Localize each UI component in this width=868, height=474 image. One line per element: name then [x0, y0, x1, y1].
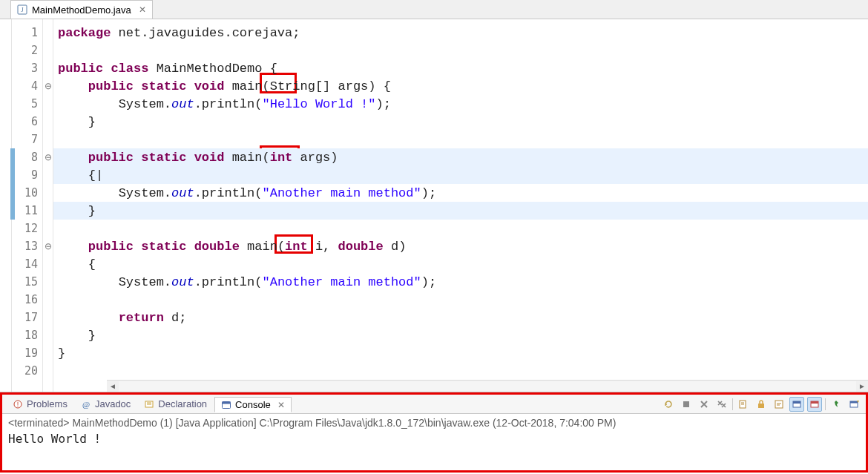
tab-declaration[interactable]: Declaration [138, 397, 213, 411]
scroll-left-icon[interactable]: ◄ [107, 381, 119, 392]
line-number: 16 [12, 291, 42, 309]
line-number: 1 [12, 24, 42, 42]
line-number: 19 [12, 344, 42, 362]
line-number: 14 [12, 255, 42, 273]
close-icon[interactable]: ✕ [139, 4, 146, 15]
console-output[interactable]: <terminated> MainMethodDemo (1) [Java Ap… [2, 414, 866, 470]
svg-text:▾: ▾ [857, 399, 859, 404]
line-number: 10 [12, 184, 42, 202]
line-number: 20 [12, 362, 42, 380]
code-line: public static double main(int i, double … [53, 237, 868, 255]
close-icon[interactable]: ✕ [277, 400, 285, 410]
line-number: 11 [12, 202, 42, 220]
code-line: System.out.println("Hello World !"); [53, 95, 868, 113]
line-number: 2 [12, 42, 42, 59]
svg-text:J: J [21, 6, 24, 13]
code-line: } [53, 344, 868, 362]
code-line [53, 220, 868, 237]
code-line: System.out.println("Another main method"… [53, 273, 868, 291]
fold-toggle-icon[interactable]: ⊖ [45, 82, 52, 90]
svg-rect-10 [683, 401, 689, 407]
line-number: 18 [12, 326, 42, 344]
code-line: } [53, 326, 868, 344]
svg-rect-15 [775, 401, 783, 408]
relaunch-icon[interactable] [661, 397, 676, 412]
folding-gutter: ⊖ ⊖ ⊖ [43, 19, 53, 392]
line-number: 12 [12, 220, 42, 237]
change-bar [10, 148, 15, 220]
bottom-panel: ! Problems @ Javadoc Declaration Console… [0, 392, 868, 473]
svg-text:@: @ [82, 400, 90, 409]
code-line: public static void main(String[] args) { [53, 77, 868, 95]
pin-console-icon[interactable] [829, 397, 844, 412]
svg-rect-17 [793, 401, 800, 404]
scroll-track[interactable] [119, 381, 856, 392]
fold-toggle-icon[interactable]: ⊖ [45, 153, 52, 162]
editor-tab[interactable]: J MainMethodDemo.java ✕ [10, 0, 153, 19]
line-number: 9 [12, 166, 42, 184]
fold-toggle-icon[interactable]: ⊖ [45, 242, 52, 251]
line-number: 5 [12, 95, 42, 113]
line-number: 8 [12, 148, 42, 166]
code-line [53, 291, 868, 309]
code-line: { [53, 255, 868, 273]
remove-all-icon[interactable] [714, 397, 729, 412]
code-view[interactable]: package net.javaguides.corejava; public … [53, 19, 868, 392]
svg-rect-19 [811, 401, 818, 404]
editor-area: 1 2 3 4 5 6 7 8 9 10 11 12 13 14 15 16 1… [0, 19, 868, 392]
code-line: public class MainMethodDemo { [53, 59, 868, 77]
declaration-icon [144, 399, 154, 409]
line-number: 6 [12, 113, 42, 131]
code-line: } [53, 202, 868, 220]
code-line: public static void main(int args) [53, 148, 868, 166]
line-number: 4 [12, 77, 42, 95]
tab-label: Problems [27, 398, 68, 409]
line-number: 13 [12, 237, 42, 255]
console-icon [221, 400, 231, 410]
tab-problems[interactable]: ! Problems [7, 397, 73, 411]
line-number: 7 [12, 131, 42, 148]
tab-console[interactable]: Console ✕ [214, 397, 292, 412]
scroll-right-icon[interactable]: ► [856, 381, 868, 392]
terminate-icon[interactable] [679, 397, 694, 412]
editor-tab-filename: MainMethodDemo.java [32, 4, 131, 16]
problems-icon: ! [13, 399, 23, 409]
show-stdout-icon[interactable] [789, 397, 804, 412]
console-launch-info: <terminated> MainMethodDemo (1) [Java Ap… [8, 417, 860, 429]
code-line: {| [53, 166, 868, 184]
code-line: return d; [53, 309, 868, 326]
horizontal-scrollbar[interactable]: ◄ ► [107, 380, 868, 392]
tab-label: Declaration [158, 398, 207, 409]
console-stdout-line: Hello World ! [8, 432, 860, 446]
line-number: 15 [12, 273, 42, 291]
tab-label: Console [235, 399, 271, 410]
java-file-icon: J [17, 4, 27, 15]
code-line: package net.javaguides.corejava; [53, 24, 868, 42]
javadoc-icon: @ [81, 399, 91, 409]
text-caret: | [96, 168, 103, 182]
word-wrap-icon[interactable] [772, 397, 786, 412]
open-console-icon[interactable]: ▾ [846, 397, 861, 412]
console-toolbar: ▾ [661, 397, 866, 412]
code-line: } [53, 113, 868, 131]
editor-tab-row: J MainMethodDemo.java ✕ [0, 0, 868, 19]
code-line: System.out.println("Another main method"… [53, 184, 868, 202]
show-stderr-icon[interactable] [807, 397, 822, 412]
code-line [53, 131, 868, 148]
clear-console-icon[interactable] [736, 397, 751, 412]
tab-javadoc[interactable]: @ Javadoc [75, 397, 137, 411]
svg-rect-14 [758, 404, 764, 408]
views-tab-row: ! Problems @ Javadoc Declaration Console… [2, 395, 866, 414]
line-number-gutter: 1 2 3 4 5 6 7 8 9 10 11 12 13 14 15 16 1… [12, 19, 43, 392]
scroll-lock-icon[interactable] [754, 397, 769, 412]
line-number: 3 [12, 59, 42, 77]
line-number: 17 [12, 309, 42, 326]
code-line [53, 42, 868, 59]
svg-rect-9 [223, 401, 231, 404]
code-line [53, 362, 868, 380]
svg-text:!: ! [17, 401, 19, 408]
remove-launch-icon[interactable] [697, 397, 711, 412]
tab-label: Javadoc [95, 398, 131, 409]
